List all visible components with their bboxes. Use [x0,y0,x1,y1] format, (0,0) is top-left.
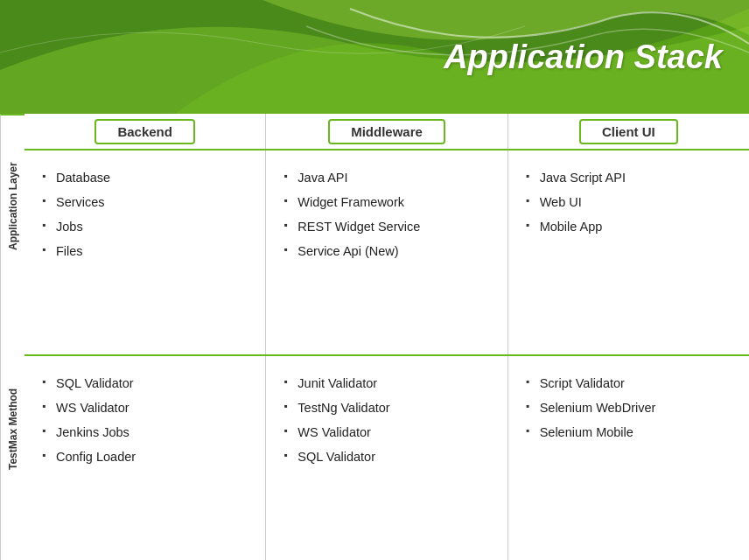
list-item: SQL Validator [42,372,248,395]
list-item: WS Validator [284,421,489,444]
list-item: Junit Validator [284,372,489,395]
list-item: Config Loader [42,445,248,468]
list-item: Jenkins Jobs [42,421,248,444]
app-backend-cell: Database Services Jobs Files [24,150,266,354]
list-item: Database [42,166,248,189]
main-content: Application Layer TestMax Method Backend… [0,114,749,560]
page-title: Application Stack [444,38,723,76]
app-clientui-cell: Java Script API Web UI Mobile App [508,150,749,354]
list-item: SQL Validator [284,445,489,468]
col-header-middleware: Middleware [266,114,508,149]
data-rows: Database Services Jobs Files Java API Wi… [24,150,749,560]
list-item: Mobile App [526,215,732,238]
list-item: Files [42,240,248,262]
testmax-clientui-cell: Script Validator Selenium WebDriver Sele… [508,356,749,560]
application-layer-row: Database Services Jobs Files Java API Wi… [24,150,749,356]
list-item: Selenium WebDriver [526,396,732,419]
list-item: Web UI [526,191,732,214]
row-label-application-layer: Application Layer [0,114,24,298]
list-item: Widget Framework [284,191,489,214]
testmax-middleware-cell: Junit Validator TestNg Validator WS Vali… [266,356,508,560]
list-item: Services [42,191,248,214]
list-item: TestNg Validator [284,396,489,419]
list-item: Script Validator [526,372,732,395]
col-header-backend: Backend [24,114,266,149]
list-item: REST Widget Service [284,215,489,238]
testmax-method-row: SQL Validator WS Validator Jenkins Jobs … [24,356,749,560]
list-item: Service Api (New) [284,240,489,262]
col-header-client-ui: Client UI [508,114,749,149]
list-item: WS Validator [42,396,248,419]
column-headers: Backend Middleware Client UI [24,114,749,150]
testmax-backend-cell: SQL Validator WS Validator Jenkins Jobs … [24,356,266,560]
table: Backend Middleware Client UI Database Se… [24,114,749,560]
app-middleware-cell: Java API Widget Framework REST Widget Se… [266,150,508,354]
list-item: Java API [284,166,489,189]
row-label-testmax-method: TestMax Method [0,298,24,560]
row-labels: Application Layer TestMax Method [0,114,24,560]
list-item: Java Script API [526,166,732,189]
list-item: Jobs [42,215,248,238]
header: Application Stack [0,0,749,114]
list-item: Selenium Mobile [526,421,732,444]
